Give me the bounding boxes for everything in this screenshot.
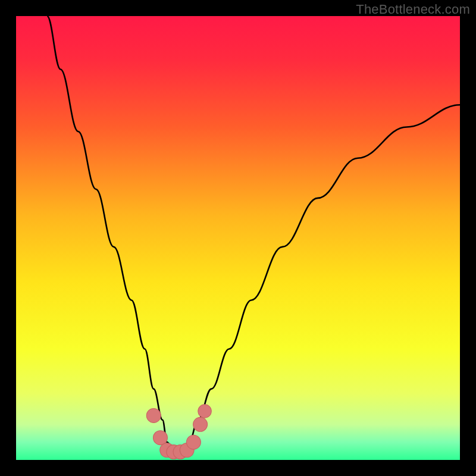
svg-point-1	[154, 431, 168, 445]
svg-point-0	[146, 408, 161, 422]
chart-background	[16, 16, 460, 460]
watermark-text: TheBottleneck.com	[356, 2, 470, 17]
chart-frame: TheBottleneck.com	[0, 0, 476, 476]
svg-point-6	[186, 435, 201, 449]
highlight-end-dot	[198, 405, 211, 418]
bottleneck-chart	[16, 16, 460, 460]
svg-point-7	[193, 417, 208, 431]
